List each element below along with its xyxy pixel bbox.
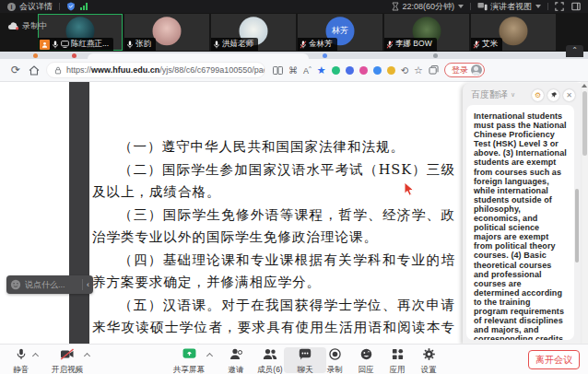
- emoji-smiley-icon[interactable]: [10, 279, 21, 290]
- mic-icon: [16, 348, 27, 360]
- login-label: 登录: [452, 64, 468, 76]
- participant-tile[interactable]: 林芳 金林芳: [298, 14, 382, 51]
- translate-panel-header: 百度翻译 ∨ ⚙ ✕: [463, 83, 581, 105]
- participant-nametag: 艾米: [471, 38, 502, 51]
- settings-gear-icon: [423, 348, 435, 360]
- cloud-recording-icon: [7, 22, 19, 30]
- translate-settings-gear-icon[interactable]: ⚙: [532, 89, 544, 101]
- meeting-details-button[interactable]: 会议详情: [19, 1, 53, 13]
- meeting-timer[interactable]: 22:08(60分钟): [402, 1, 454, 13]
- share-options-chevron[interactable]: [207, 352, 213, 357]
- reaction-smiley-icon: [360, 348, 372, 360]
- mic-on-icon: [52, 41, 59, 49]
- participant-tile[interactable]: 李娜 BOW: [384, 14, 469, 51]
- browser-login-button[interactable]: 登录: [444, 63, 485, 77]
- scroll-up-arrow-icon[interactable]: [582, 84, 587, 88]
- split-screen-icon[interactable]: [273, 66, 283, 75]
- screen-sharing-icon: [61, 41, 69, 48]
- participant-name: 艾米: [482, 39, 498, 50]
- page-side-band: [69, 82, 89, 344]
- share-screen-button[interactable]: 共享屏幕: [168, 347, 210, 373]
- read-aloud-icon[interactable]: A^: [303, 65, 312, 76]
- browser-tab-bar[interactable]: [0, 52, 588, 59]
- participant-nametag: 李娜 BOW: [384, 38, 437, 51]
- side-layout-icon[interactable]: [571, 2, 581, 11]
- start-video-label: 开启视频: [46, 365, 88, 374]
- start-video-button[interactable]: 开启视频: [46, 347, 88, 373]
- hourglass-icon: [392, 2, 399, 11]
- leave-meeting-button[interactable]: 离开会议: [528, 350, 580, 369]
- workspaces-icon[interactable]: ⌘: [288, 65, 298, 76]
- participant-nametag: 张韵: [124, 38, 156, 51]
- meeting-window: i 会议详情 22:08(60分钟) 演讲者视图: [0, 0, 588, 374]
- url-path: /yjs/88/c6/c6799a100550/page.htm: [159, 65, 265, 75]
- refresh-icon[interactable]: ⟳: [6, 64, 26, 76]
- chevron-down-icon[interactable]: ∨: [511, 91, 515, 99]
- document-paragraph: （五）汉语课。对于在我国获得学士学位、再次申请来华攻读硕士学位者，要求具有使用生…: [92, 294, 455, 345]
- chat-input-placeholder[interactable]: 说点什么...: [25, 279, 78, 291]
- participant-tile[interactable]: 艾米: [471, 14, 556, 51]
- divider: [59, 3, 60, 10]
- participant-strip: 陈红燕正... 张韵 洪婧老师 林芳 金林芳: [0, 13, 588, 52]
- meeting-topbar: i 会议详情 22:08(60分钟) 演讲者视图: [0, 0, 588, 13]
- mic-on-icon: [213, 41, 220, 49]
- participant-nametag: 洪婧老师: [211, 38, 258, 51]
- browser-extension-row: ⌘ A^ ★ ⟲ ☆: [273, 64, 439, 76]
- favorite-star-icon[interactable]: ★: [317, 64, 326, 76]
- bookmark-star-icon[interactable]: ☆: [414, 64, 423, 76]
- participant-tile[interactable]: 张韵: [124, 14, 209, 51]
- collections-icon[interactable]: [429, 65, 439, 75]
- tab-favicon: [33, 53, 38, 58]
- home-icon[interactable]: [29, 65, 40, 76]
- mic-muted-icon: [473, 41, 480, 49]
- camera-off-icon: [60, 348, 75, 360]
- collapse-bubble-icon[interactable]: ‹: [87, 280, 89, 289]
- quick-chat-bubble[interactable]: 说点什么... ‹: [6, 275, 93, 294]
- view-mode-dropdown-icon[interactable]: [535, 5, 541, 8]
- document-paragraph: （三）国际学生免修外语等课程，哲学、经济学、政治学类专业以外的国际学生免修政治理…: [92, 204, 455, 249]
- mute-options-chevron[interactable]: [33, 352, 39, 357]
- translate-panel-title[interactable]: 百度翻译: [471, 88, 508, 101]
- mute-button[interactable]: 静音: [0, 347, 42, 373]
- scrollbar-thumb[interactable]: [582, 91, 587, 156]
- shared-screen-browser: ⟳ https://www.hfuu.edu.cn/yjs/88/c6/c679…: [0, 52, 588, 344]
- recording-indicator[interactable]: 录制中: [7, 20, 47, 32]
- fullscreen-icon[interactable]: [555, 2, 564, 11]
- timer-dropdown-icon[interactable]: [458, 5, 464, 8]
- participant-nametag: 金林芳: [298, 38, 337, 51]
- document-paragraph: （四）基础理论课和专业课根据有关学科和专业的培养方案要求确定，并修满相应学分。: [92, 249, 455, 294]
- recording-label: 录制中: [22, 20, 47, 32]
- participant-name: 洪婧老师: [222, 39, 253, 50]
- tab-favicon: [433, 53, 438, 58]
- participant-tile[interactable]: 陈红燕正...: [38, 14, 123, 51]
- close-icon[interactable]: ✕: [563, 89, 575, 101]
- divider: [82, 279, 83, 290]
- strip-collapse-button[interactable]: ⌃: [566, 45, 583, 57]
- network-signal-icon: [80, 3, 88, 10]
- lock-icon[interactable]: [54, 66, 62, 75]
- security-shield-icon[interactable]: [66, 2, 76, 11]
- participant-name: 金林芳: [309, 39, 333, 50]
- mic-muted-icon: [300, 41, 307, 49]
- page-scrollbar[interactable]: [581, 82, 588, 344]
- participant-nametag: 陈红燕正...: [38, 38, 113, 51]
- extension-icon[interactable]: [359, 66, 368, 75]
- avatar: [153, 17, 182, 45]
- participant-name: 李娜 BOW: [395, 39, 432, 50]
- history-sync-icon[interactable]: ⟲: [401, 65, 408, 76]
- mouse-cursor: [404, 181, 416, 197]
- view-mode-button[interactable]: 演讲者视图: [490, 1, 532, 13]
- address-bar[interactable]: https://www.hfuu.edu.cn/yjs/88/c6/c6799a…: [46, 62, 265, 78]
- extension-icon[interactable]: [373, 66, 382, 75]
- panel-scrollbar-thumb[interactable]: [575, 189, 579, 263]
- video-options-chevron[interactable]: [85, 352, 90, 357]
- spacer: [77, 3, 78, 10]
- settings-button[interactable]: 设置: [407, 347, 450, 373]
- pin-icon[interactable]: [547, 89, 559, 101]
- extension-icon[interactable]: [387, 66, 395, 75]
- extension-icon[interactable]: [346, 66, 354, 75]
- extension-icon[interactable]: [332, 66, 340, 75]
- participant-tile[interactable]: 洪婧老师: [211, 14, 296, 51]
- tab-favicon: [323, 53, 327, 58]
- document-paragraph: （二）国际学生参加国家汉语水平考试（HSK）三级及以上，成绩合格。: [92, 158, 455, 204]
